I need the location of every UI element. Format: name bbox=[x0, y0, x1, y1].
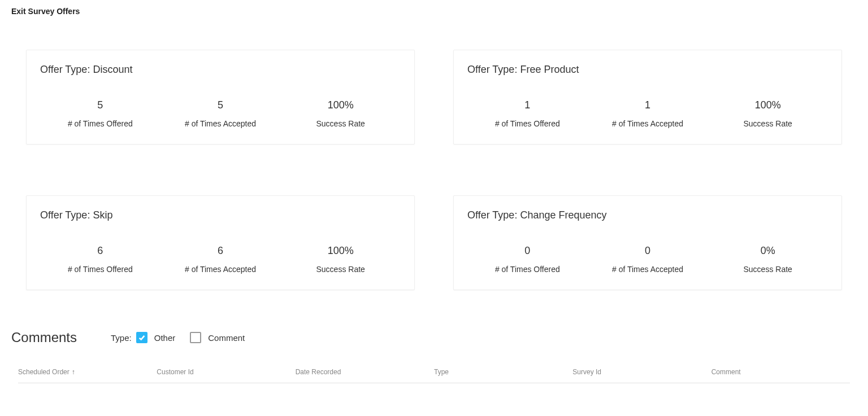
offer-card-discount: Offer Type: Discount 5 # of Times Offere… bbox=[26, 50, 415, 144]
stat-label: Success Rate bbox=[280, 119, 401, 128]
column-customer-id[interactable]: Customer Id bbox=[157, 368, 295, 376]
checkbox-label-comment: Comment bbox=[208, 333, 245, 343]
card-title: Offer Type: Discount bbox=[40, 64, 401, 76]
stat-accepted: 0 # of Times Accepted bbox=[588, 245, 708, 274]
stat-label: # of Times Offered bbox=[467, 119, 588, 128]
stat-value: 100% bbox=[280, 245, 401, 257]
stat-label: # of Times Offered bbox=[40, 119, 160, 128]
stat-value: 0 bbox=[467, 245, 588, 257]
comments-title: Comments bbox=[11, 330, 77, 345]
stat-offered: 0 # of Times Offered bbox=[467, 245, 588, 274]
stat-value: 1 bbox=[467, 99, 588, 111]
card-title: Offer Type: Free Product bbox=[467, 64, 828, 76]
stat-label: # of Times Accepted bbox=[160, 119, 281, 128]
stat-value: 1 bbox=[588, 99, 708, 111]
arrow-up-icon: ↑ bbox=[72, 368, 75, 376]
stat-label: # of Times Accepted bbox=[160, 265, 281, 274]
offer-card-skip: Offer Type: Skip 6 # of Times Offered 6 … bbox=[26, 195, 415, 290]
stat-accepted: 1 # of Times Accepted bbox=[588, 99, 708, 128]
checkbox-comment[interactable] bbox=[190, 332, 201, 343]
offer-card-free-product: Offer Type: Free Product 1 # of Times Of… bbox=[453, 50, 842, 144]
stat-label: Success Rate bbox=[708, 119, 828, 128]
column-type[interactable]: Type bbox=[434, 368, 572, 376]
stat-value: 5 bbox=[40, 99, 160, 111]
stat-value: 100% bbox=[280, 99, 401, 111]
comments-table: Scheduled Order ↑ Customer Id Date Recor… bbox=[11, 368, 857, 383]
checkbox-other[interactable] bbox=[136, 332, 147, 343]
stat-success: 100% Success Rate bbox=[708, 99, 828, 128]
column-survey-id[interactable]: Survey Id bbox=[572, 368, 711, 376]
card-title: Offer Type: Change Frequency bbox=[467, 209, 828, 221]
column-comment[interactable]: Comment bbox=[711, 368, 850, 376]
stat-label: # of Times Offered bbox=[467, 265, 588, 274]
stat-accepted: 6 # of Times Accepted bbox=[160, 245, 281, 274]
stat-success: 100% Success Rate bbox=[280, 245, 401, 274]
table-header-row: Scheduled Order ↑ Customer Id Date Recor… bbox=[18, 368, 850, 383]
stat-accepted: 5 # of Times Accepted bbox=[160, 99, 281, 128]
card-title: Offer Type: Skip bbox=[40, 209, 401, 221]
comments-section: Comments Type: Other Comment Scheduled O… bbox=[6, 330, 862, 383]
comments-type-filter: Type: Other Comment bbox=[111, 332, 255, 343]
stat-label: # of Times Offered bbox=[40, 265, 160, 274]
filter-label: Type: bbox=[111, 333, 132, 343]
offer-card-change-frequency: Offer Type: Change Frequency 0 # of Time… bbox=[453, 195, 842, 290]
stat-label: Success Rate bbox=[708, 265, 828, 274]
stat-value: 0% bbox=[708, 245, 828, 257]
stat-value: 6 bbox=[40, 245, 160, 257]
stat-label: Success Rate bbox=[280, 265, 401, 274]
column-scheduled-order[interactable]: Scheduled Order ↑ bbox=[18, 368, 157, 376]
stat-offered: 6 # of Times Offered bbox=[40, 245, 160, 274]
stat-label: # of Times Accepted bbox=[588, 119, 708, 128]
stat-offered: 1 # of Times Offered bbox=[467, 99, 588, 128]
check-icon bbox=[138, 334, 146, 341]
stat-label: # of Times Accepted bbox=[588, 265, 708, 274]
checkbox-label-other: Other bbox=[154, 333, 176, 343]
stat-value: 0 bbox=[588, 245, 708, 257]
stat-value: 6 bbox=[160, 245, 281, 257]
stat-value: 100% bbox=[708, 99, 828, 111]
stat-offered: 5 # of Times Offered bbox=[40, 99, 160, 128]
offer-cards-grid: Offer Type: Discount 5 # of Times Offere… bbox=[6, 50, 862, 290]
page-title: Exit Survey Offers bbox=[6, 7, 862, 16]
column-date-recorded[interactable]: Date Recorded bbox=[296, 368, 434, 376]
stat-value: 5 bbox=[160, 99, 281, 111]
stat-success: 0% Success Rate bbox=[708, 245, 828, 274]
stat-success: 100% Success Rate bbox=[280, 99, 401, 128]
